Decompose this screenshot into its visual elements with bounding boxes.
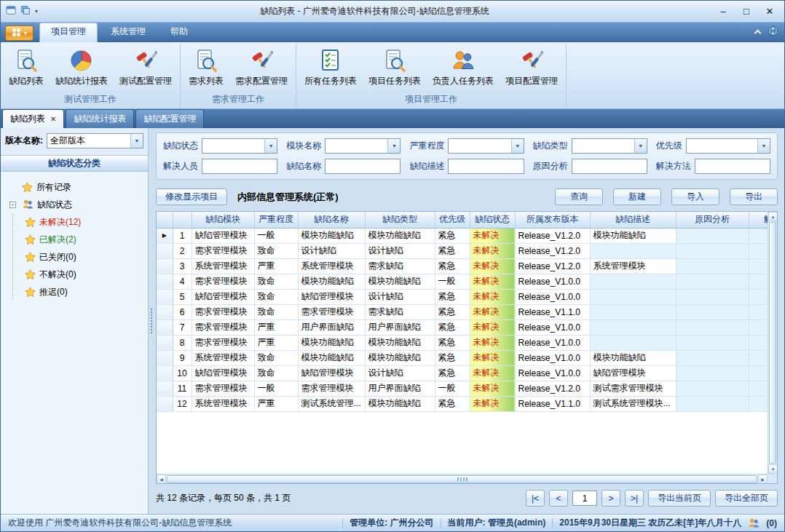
close-button[interactable]: ✕ xyxy=(758,4,781,20)
last-page-button[interactable]: >| xyxy=(625,490,644,507)
grid-header-priority[interactable]: 优先级 xyxy=(435,212,470,228)
cell-status: 未解决 xyxy=(470,258,515,274)
table-row[interactable]: 10缺陷管理模块致命缺陷管理模块设计缺陷紧急未解决Release_V1.0.0缺… xyxy=(157,365,768,381)
table-row[interactable]: 11需求管理模块一般需求管理模块用户界面缺陷一般未解决Release_V1.2.… xyxy=(157,381,768,396)
defect-type-select[interactable]: ▼ xyxy=(572,138,647,154)
cell-type: 模块功能缺陷 xyxy=(365,396,435,411)
scroll-left-icon[interactable]: ◀ xyxy=(157,475,166,484)
messages-icon[interactable] xyxy=(748,517,760,529)
ribbon-button-label: 所有任务列表 xyxy=(304,75,357,87)
resolver-input[interactable] xyxy=(202,159,277,174)
project-config-button[interactable]: 项目配置管理 xyxy=(500,45,564,87)
layers-icon[interactable] xyxy=(20,5,31,17)
tree-item-closed[interactable]: 已关闭(0) xyxy=(25,248,145,266)
severity-select[interactable]: ▼ xyxy=(448,138,524,154)
tree-item-resolved[interactable]: 已解决(2) xyxy=(25,231,145,248)
grid-header-release[interactable]: 所属发布版本 xyxy=(515,212,590,228)
import-button[interactable]: 导入 xyxy=(671,188,719,205)
window-icon[interactable] xyxy=(6,5,16,17)
export-all-pages-button[interactable]: 导出全部页 xyxy=(715,490,778,507)
filter-label: 解决方法 xyxy=(656,160,691,172)
requirement-config-button[interactable]: 需求配置管理 xyxy=(229,45,293,87)
new-button[interactable]: 新建 xyxy=(613,188,661,205)
horizontal-scrollbar[interactable]: ◀ ▶ xyxy=(157,474,768,483)
grid-header-name[interactable]: 缺陷名称 xyxy=(298,212,365,228)
ribbon-tab-system-management[interactable]: 系统管理 xyxy=(99,23,157,42)
filter-label: 解决人员 xyxy=(163,160,198,172)
maximize-button[interactable]: □ xyxy=(735,4,758,20)
tree-item-postponed[interactable]: 推迟(0) xyxy=(25,283,145,301)
table-row[interactable]: 12系统管理模块严重测试系统管理...模块功能缺陷紧急未解决Release_V1… xyxy=(157,396,768,411)
horizontal-scroll-thumb[interactable] xyxy=(167,475,757,483)
project-tasks-button[interactable]: 项目任务列表 xyxy=(363,45,427,87)
minimize-button[interactable]: – xyxy=(711,4,735,20)
doc-tab-defect-config[interactable]: 缺陷配置管理 xyxy=(135,109,204,128)
export-button[interactable]: 导出 xyxy=(730,188,778,205)
modify-display-button[interactable]: 修改显示项目 xyxy=(156,188,227,205)
vertical-scroll-thumb[interactable] xyxy=(769,222,776,464)
close-tab-icon[interactable]: ✕ xyxy=(50,115,56,123)
scroll-down-icon[interactable]: ▼ xyxy=(768,464,778,474)
defect-table: 缺陷模块严重程度缺陷名称缺陷类型优先级缺陷状态所属发布版本缺陷描述原因分析解决方… xyxy=(157,212,768,412)
requirement-list-button[interactable]: 需求列表 xyxy=(183,45,229,87)
first-page-button[interactable]: |< xyxy=(526,490,545,507)
owner-tasks-button[interactable]: 负责人任务列表 xyxy=(427,45,500,87)
page-number-input[interactable] xyxy=(572,491,597,506)
module-name-select[interactable]: ▼ xyxy=(325,138,401,154)
table-row[interactable]: 9系统管理模块致命模块功能缺陷模块功能缺陷紧急未解决Release_V1.0.0… xyxy=(157,350,768,365)
help-globe-icon[interactable] xyxy=(768,25,778,39)
all-tasks-button[interactable]: 所有任务列表 xyxy=(299,45,363,87)
defect-stats-report-button[interactable]: 缺陷统计报表 xyxy=(50,45,114,87)
grid-header-status[interactable]: 缺陷状态 xyxy=(470,212,515,228)
row-number: 12 xyxy=(173,396,192,411)
test-config-button[interactable]: 测试配置管理 xyxy=(114,45,178,87)
grid-header-type[interactable]: 缺陷类型 xyxy=(365,212,435,228)
table-row[interactable]: 4需求管理模块致命模块功能缺陷模块功能缺陷一般未解决Release_V1.0.0 xyxy=(157,274,768,289)
tree-item-all-records[interactable]: 所有记录 xyxy=(9,178,145,196)
grid-header-selector xyxy=(157,212,173,228)
cell-name: 系统管理模块 xyxy=(298,258,365,274)
collapse-ribbon-icon[interactable] xyxy=(754,30,762,37)
table-row[interactable]: 6需求管理模块致命需求管理模块需求缺陷紧急未解决Release_V1.1.0 xyxy=(157,304,768,319)
collapse-node-icon[interactable]: − xyxy=(9,202,16,208)
export-current-page-button[interactable]: 导出当前页 xyxy=(648,490,711,507)
table-row[interactable]: 2需求管理模块致命设计缺陷设计缺陷紧急未解决Release_V1.2.0 xyxy=(157,243,768,258)
scroll-up-icon[interactable]: ▲ xyxy=(768,212,778,221)
defect-list-button[interactable]: 缺陷列表 xyxy=(3,45,50,87)
application-menu-button[interactable]: ▾ xyxy=(5,25,33,41)
doc-tab-defect-stats-report[interactable]: 缺陷统计报表 xyxy=(66,109,134,128)
scroll-right-icon[interactable]: ▶ xyxy=(758,475,768,484)
grid-header-cause[interactable]: 原因分析 xyxy=(676,212,749,228)
query-button[interactable]: 查询 xyxy=(555,188,603,205)
solution-input[interactable] xyxy=(695,159,770,174)
grid-header-description[interactable]: 缺陷描述 xyxy=(590,212,676,228)
table-row[interactable]: 5缺陷管理模块致命缺陷管理模块设计缺陷紧急未解决Release_V1.0.0 xyxy=(157,289,768,304)
sidebar-splitter[interactable] xyxy=(149,128,154,514)
grid-header-severity[interactable]: 严重程度 xyxy=(254,212,298,228)
defect-desc-input[interactable] xyxy=(448,159,524,174)
tree-item-unresolved[interactable]: 未解决(12) xyxy=(25,213,145,231)
task-list-icon xyxy=(319,48,342,73)
grid-header-solution[interactable]: 解决方法 xyxy=(749,212,768,228)
defect-name-input[interactable] xyxy=(325,159,401,174)
cause-analysis-input[interactable] xyxy=(572,159,647,174)
defect-status-select[interactable]: ▼ xyxy=(202,138,277,154)
table-row[interactable]: 3系统管理模块严重系统管理模块需求缺陷紧急未解决Release_V1.2.0系统… xyxy=(157,258,768,274)
table-row[interactable]: ▶1缺陷管理模块一般模块功能缺陷模块功能缺陷紧急未解决Release_V1.2.… xyxy=(157,228,768,243)
table-row[interactable]: 7需求管理模块严重用户界面缺陷用户界面缺陷紧急未解决Release_V1.0.0 xyxy=(157,319,768,335)
version-select[interactable]: 全部版本 ▼ xyxy=(47,133,143,148)
vertical-scrollbar[interactable]: ▲ ▼ xyxy=(768,212,777,474)
tree-item-defect-status[interactable]: − 缺陷状态 xyxy=(9,196,145,213)
doc-tab-defect-list[interactable]: 缺陷列表✕ xyxy=(2,109,64,128)
table-row[interactable]: 8需求管理模块严重模块功能缺陷模块功能缺陷紧急未解决Release_V1.0.0 xyxy=(157,335,768,350)
cell-module: 需求管理模块 xyxy=(192,381,254,396)
next-page-button[interactable]: > xyxy=(601,490,620,507)
ribbon-tab-help[interactable]: 帮助 xyxy=(159,23,200,42)
cell-priority: 紧急 xyxy=(435,304,470,319)
tree-item-not-resolve[interactable]: 不解决(0) xyxy=(25,266,145,283)
cell-priority: 一般 xyxy=(435,381,470,396)
grid-header-module[interactable]: 缺陷模块 xyxy=(192,212,254,228)
prev-page-button[interactable]: < xyxy=(549,490,568,507)
priority-select[interactable]: ▼ xyxy=(686,138,770,154)
ribbon-tab-project-management[interactable]: 项目管理 xyxy=(39,23,98,42)
